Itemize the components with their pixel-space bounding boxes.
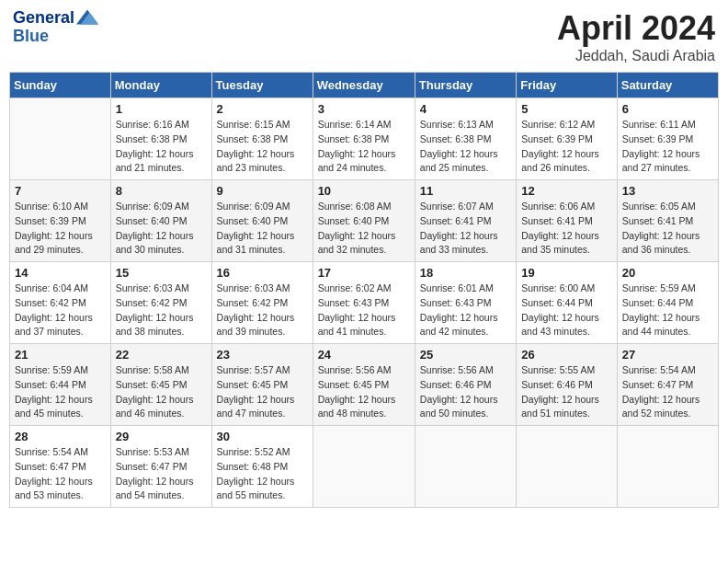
day-info: Sunrise: 5:58 AMSunset: 6:45 PMDaylight:…	[116, 363, 207, 421]
day-info: Sunrise: 6:16 AMSunset: 6:38 PMDaylight:…	[116, 118, 207, 176]
day-info: Sunrise: 6:14 AMSunset: 6:38 PMDaylight:…	[318, 118, 410, 176]
day-info: Sunrise: 6:04 AMSunset: 6:42 PMDaylight:…	[15, 282, 106, 339]
day-info: Sunrise: 5:52 AMSunset: 6:48 PMDaylight:…	[217, 445, 308, 503]
day-number: 17	[318, 266, 410, 280]
calendar-cell: 14Sunrise: 6:04 AMSunset: 6:42 PMDayligh…	[10, 262, 111, 344]
day-info: Sunrise: 6:09 AMSunset: 6:40 PMDaylight:…	[116, 200, 207, 258]
day-info: Sunrise: 6:08 AMSunset: 6:40 PMDaylight:…	[318, 200, 410, 258]
col-header-sunday: Sunday	[10, 73, 111, 98]
day-info: Sunrise: 6:09 AMSunset: 6:40 PMDaylight:…	[217, 200, 308, 258]
day-number: 6	[622, 102, 713, 116]
calendar-cell	[415, 426, 516, 508]
day-number: 30	[217, 430, 308, 443]
calendar-header-row: SundayMondayTuesdayWednesdayThursdayFrid…	[10, 73, 719, 98]
calendar-cell: 22Sunrise: 5:58 AMSunset: 6:45 PMDayligh…	[110, 344, 211, 426]
day-number: 14	[15, 266, 106, 280]
calendar-cell: 20Sunrise: 5:59 AMSunset: 6:44 PMDayligh…	[617, 262, 718, 344]
day-info: Sunrise: 6:11 AMSunset: 6:39 PMDaylight:…	[622, 118, 713, 176]
calendar-cell: 7Sunrise: 6:10 AMSunset: 6:39 PMDaylight…	[10, 180, 111, 262]
day-info: Sunrise: 5:54 AMSunset: 6:47 PMDaylight:…	[622, 363, 713, 421]
calendar-cell: 23Sunrise: 5:57 AMSunset: 6:45 PMDayligh…	[211, 344, 313, 426]
calendar-cell: 8Sunrise: 6:09 AMSunset: 6:40 PMDaylight…	[110, 180, 211, 262]
logo-icon	[76, 9, 98, 28]
day-info: Sunrise: 5:56 AMSunset: 6:46 PMDaylight:…	[420, 363, 511, 421]
calendar-cell	[517, 426, 618, 508]
logo-blue-text: Blue	[13, 28, 98, 46]
logo: General Blue	[13, 9, 98, 46]
day-info: Sunrise: 6:00 AMSunset: 6:44 PMDaylight:…	[521, 282, 612, 339]
day-number: 8	[116, 184, 207, 198]
day-info: Sunrise: 6:03 AMSunset: 6:42 PMDaylight:…	[116, 282, 207, 339]
day-number: 26	[521, 348, 612, 362]
calendar-cell: 2Sunrise: 6:15 AMSunset: 6:38 PMDaylight…	[211, 98, 313, 180]
col-header-wednesday: Wednesday	[313, 73, 415, 98]
day-info: Sunrise: 5:54 AMSunset: 6:47 PMDaylight:…	[15, 445, 106, 503]
calendar-cell: 15Sunrise: 6:03 AMSunset: 6:42 PMDayligh…	[110, 262, 211, 344]
day-info: Sunrise: 6:13 AMSunset: 6:38 PMDaylight:…	[420, 118, 511, 176]
calendar-cell: 18Sunrise: 6:01 AMSunset: 6:43 PMDayligh…	[415, 262, 516, 344]
day-info: Sunrise: 6:15 AMSunset: 6:38 PMDaylight:…	[217, 118, 308, 176]
day-number: 24	[318, 348, 410, 362]
calendar-week-row: 28Sunrise: 5:54 AMSunset: 6:47 PMDayligh…	[10, 426, 719, 508]
day-info: Sunrise: 5:53 AMSunset: 6:47 PMDaylight:…	[116, 445, 207, 503]
day-info: Sunrise: 6:10 AMSunset: 6:39 PMDaylight:…	[15, 200, 106, 258]
calendar-table: SundayMondayTuesdayWednesdayThursdayFrid…	[9, 72, 719, 508]
logo-text: General	[13, 9, 74, 28]
title-area: April 2024 Jeddah, Saudi Arabia	[557, 9, 715, 64]
col-header-thursday: Thursday	[415, 73, 516, 98]
calendar-cell: 12Sunrise: 6:06 AMSunset: 6:41 PMDayligh…	[517, 180, 618, 262]
day-number: 18	[420, 266, 511, 280]
day-number: 5	[521, 102, 612, 116]
day-number: 12	[521, 184, 612, 198]
col-header-friday: Friday	[517, 73, 618, 98]
day-number: 22	[116, 348, 207, 362]
day-number: 16	[217, 266, 308, 280]
calendar-cell: 28Sunrise: 5:54 AMSunset: 6:47 PMDayligh…	[10, 426, 111, 508]
calendar-week-row: 21Sunrise: 5:59 AMSunset: 6:44 PMDayligh…	[10, 344, 719, 426]
calendar-cell: 3Sunrise: 6:14 AMSunset: 6:38 PMDaylight…	[313, 98, 415, 180]
calendar-cell: 17Sunrise: 6:02 AMSunset: 6:43 PMDayligh…	[313, 262, 415, 344]
day-number: 15	[116, 266, 207, 280]
calendar-cell: 16Sunrise: 6:03 AMSunset: 6:42 PMDayligh…	[211, 262, 313, 344]
day-number: 21	[15, 348, 106, 362]
calendar-week-row: 7Sunrise: 6:10 AMSunset: 6:39 PMDaylight…	[10, 180, 719, 262]
day-info: Sunrise: 6:02 AMSunset: 6:43 PMDaylight:…	[318, 282, 410, 339]
day-info: Sunrise: 6:12 AMSunset: 6:39 PMDaylight:…	[521, 118, 612, 176]
calendar-cell: 1Sunrise: 6:16 AMSunset: 6:38 PMDaylight…	[110, 98, 211, 180]
day-number: 7	[15, 184, 106, 198]
calendar-cell: 9Sunrise: 6:09 AMSunset: 6:40 PMDaylight…	[211, 180, 313, 262]
day-info: Sunrise: 5:59 AMSunset: 6:44 PMDaylight:…	[15, 363, 106, 421]
calendar-cell: 6Sunrise: 6:11 AMSunset: 6:39 PMDaylight…	[617, 98, 718, 180]
calendar-cell: 11Sunrise: 6:07 AMSunset: 6:41 PMDayligh…	[415, 180, 516, 262]
day-info: Sunrise: 6:05 AMSunset: 6:41 PMDaylight:…	[622, 200, 713, 258]
col-header-saturday: Saturday	[617, 73, 718, 98]
day-info: Sunrise: 6:01 AMSunset: 6:43 PMDaylight:…	[420, 282, 511, 339]
day-info: Sunrise: 5:59 AMSunset: 6:44 PMDaylight:…	[622, 282, 713, 339]
calendar-cell: 27Sunrise: 5:54 AMSunset: 6:47 PMDayligh…	[617, 344, 718, 426]
calendar-cell	[313, 426, 415, 508]
day-number: 25	[420, 348, 511, 362]
day-info: Sunrise: 6:03 AMSunset: 6:42 PMDaylight:…	[217, 282, 308, 339]
calendar-cell: 5Sunrise: 6:12 AMSunset: 6:39 PMDaylight…	[517, 98, 618, 180]
calendar-cell: 24Sunrise: 5:56 AMSunset: 6:45 PMDayligh…	[313, 344, 415, 426]
calendar-cell: 29Sunrise: 5:53 AMSunset: 6:47 PMDayligh…	[110, 426, 211, 508]
day-number: 19	[521, 266, 612, 280]
day-number: 9	[217, 184, 308, 198]
col-header-monday: Monday	[110, 73, 211, 98]
day-number: 11	[420, 184, 511, 198]
day-number: 29	[116, 430, 207, 443]
calendar-cell: 4Sunrise: 6:13 AMSunset: 6:38 PMDaylight…	[415, 98, 516, 180]
month-title: April 2024	[557, 9, 715, 48]
day-info: Sunrise: 6:06 AMSunset: 6:41 PMDaylight:…	[521, 200, 612, 258]
calendar-week-row: 14Sunrise: 6:04 AMSunset: 6:42 PMDayligh…	[10, 262, 719, 344]
location-subtitle: Jeddah, Saudi Arabia	[557, 48, 715, 64]
day-info: Sunrise: 5:56 AMSunset: 6:45 PMDaylight:…	[318, 363, 410, 421]
day-number: 20	[622, 266, 713, 280]
page-header: General Blue April 2024 Jeddah, Saudi Ar…	[9, 9, 719, 64]
calendar-cell: 25Sunrise: 5:56 AMSunset: 6:46 PMDayligh…	[415, 344, 516, 426]
calendar-cell: 21Sunrise: 5:59 AMSunset: 6:44 PMDayligh…	[10, 344, 111, 426]
calendar-cell: 30Sunrise: 5:52 AMSunset: 6:48 PMDayligh…	[211, 426, 313, 508]
calendar-cell	[10, 98, 111, 180]
day-number: 10	[318, 184, 410, 198]
calendar-cell: 13Sunrise: 6:05 AMSunset: 6:41 PMDayligh…	[617, 180, 718, 262]
